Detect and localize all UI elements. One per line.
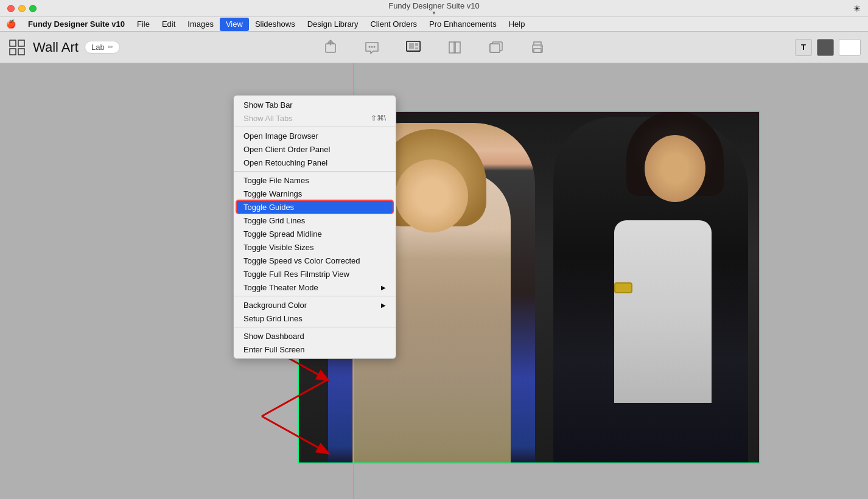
background-color-item[interactable]: Background Color ▶ [234, 298, 396, 312]
section-icon[interactable] [7, 38, 27, 57]
lab-badge[interactable]: Lab ✏ [85, 41, 120, 54]
open-client-order-label: Open Client Order Panel [243, 145, 330, 154]
app-title: Fundy Designer Suite v10 [388, 1, 480, 10]
lab-label: Lab [91, 43, 105, 52]
background-color-arrow: ▶ [381, 302, 386, 309]
toggle-spread-midline-label: Toggle Spread Midline [243, 229, 322, 239]
traffic-lights [0, 5, 37, 12]
svg-line-24 [262, 416, 327, 453]
separator-1 [234, 127, 396, 127]
print-tool[interactable] [529, 39, 546, 56]
cards-tool[interactable] [488, 39, 505, 56]
text-button[interactable]: T [795, 39, 812, 56]
setup-grid-lines-item[interactable]: Setup Grid Lines [234, 312, 396, 325]
close-button[interactable] [7, 5, 15, 12]
help-menu[interactable]: Help [503, 18, 531, 31]
view-dropdown-menu: Show Tab Bar Show All Tabs ⇧⌘\ Open Imag… [233, 95, 396, 359]
svg-rect-3 [18, 49, 24, 55]
svg-line-23 [262, 380, 327, 416]
edit-menu[interactable]: Edit [156, 18, 181, 31]
toggle-file-names-item[interactable]: Toggle File Names [234, 173, 396, 187]
color-swatch[interactable] [817, 39, 834, 56]
toggle-file-names-label: Toggle File Names [243, 176, 309, 185]
toggle-grid-lines-item[interactable]: Toggle Grid Lines [234, 214, 396, 227]
background-color-label: Background Color [243, 301, 307, 310]
chat-tool[interactable] [363, 39, 380, 56]
open-retouching-item[interactable]: Open Retouching Panel [234, 156, 396, 169]
minimize-button[interactable] [18, 5, 26, 12]
toolbar-right: T [795, 39, 861, 56]
show-dashboard-label: Show Dashboard [243, 332, 304, 341]
open-client-order-item[interactable]: Open Client Order Panel [234, 142, 396, 156]
toggle-theater-arrow: ▶ [381, 284, 386, 291]
menu-bar: 🍎 Fundy Designer Suite v10 File Edit Ima… [0, 17, 868, 32]
design-library-menu[interactable]: Design Library [301, 18, 365, 31]
enter-full-screen-item[interactable]: Enter Full Screen [234, 343, 396, 356]
toggle-guides-label: Toggle Guides [243, 203, 294, 212]
show-tab-bar-item[interactable]: Show Tab Bar [234, 98, 396, 111]
toggle-warnings-label: Toggle Warnings [243, 189, 302, 198]
toolbar-left: Wall Art Lab ✏ [7, 38, 120, 57]
separator-2 [234, 171, 396, 172]
maximize-button[interactable] [29, 5, 37, 12]
svg-point-21 [541, 46, 542, 47]
svg-rect-20 [534, 49, 541, 52]
menu-right-icon: ✳ [853, 4, 868, 13]
svg-point-7 [374, 46, 376, 47]
client-orders-menu[interactable]: Client Orders [364, 18, 423, 31]
app-name-menu[interactable]: Fundy Designer Suite v10 [22, 18, 131, 31]
toggle-speed-color-label: Toggle Speed vs Color Corrected [243, 256, 360, 265]
title-bar: Fundy Designer Suite v10 ▼ ✳ [0, 0, 868, 17]
view-menu[interactable]: View [220, 18, 249, 31]
file-menu[interactable]: File [131, 18, 156, 31]
toolbar-center [322, 39, 546, 56]
open-image-browser-label: Open Image Browser [243, 131, 318, 141]
toggle-theater-item[interactable]: Toggle Theater Mode ▶ [234, 281, 396, 294]
svg-rect-0 [10, 40, 16, 46]
toggle-full-res-item[interactable]: Toggle Full Res Filmstrip View [234, 267, 396, 281]
white-swatch[interactable] [839, 39, 861, 56]
toggle-guides-item[interactable]: Toggle Guides [236, 200, 393, 214]
show-dashboard-item[interactable]: Show Dashboard [234, 329, 396, 343]
svg-point-5 [369, 46, 371, 47]
toolbar-section-title: Wall Art [33, 40, 79, 55]
toggle-spread-midline-item[interactable]: Toggle Spread Midline [234, 227, 396, 240]
window-title-center: Fundy Designer Suite v10 ▼ [388, 1, 480, 16]
edit-icon: ✏ [108, 43, 113, 51]
svg-rect-2 [10, 49, 16, 55]
images-menu[interactable]: Images [181, 18, 220, 31]
svg-point-6 [371, 46, 373, 47]
toggle-visible-sizes-item[interactable]: Toggle Visible Sizes [234, 240, 396, 254]
show-all-tabs-item: Show All Tabs ⇧⌘\ [234, 111, 396, 125]
share-tool[interactable] [322, 39, 339, 56]
toggle-full-res-label: Toggle Full Res Filmstrip View [243, 270, 349, 279]
svg-rect-1 [18, 40, 24, 46]
toggle-speed-color-item[interactable]: Toggle Speed vs Color Corrected [234, 254, 396, 267]
show-tab-bar-label: Show Tab Bar [243, 100, 293, 110]
toggle-theater-label: Toggle Theater Mode [243, 283, 318, 292]
enter-full-screen-label: Enter Full Screen [243, 345, 304, 354]
svg-rect-18 [490, 44, 500, 52]
pro-enhancements-menu[interactable]: Pro Enhancements [423, 18, 503, 31]
show-all-tabs-label: Show All Tabs [243, 114, 293, 123]
separator-4 [234, 327, 396, 327]
separator-3 [234, 296, 396, 296]
main-content: Show Tab Bar Show All Tabs ⇧⌘\ Open Imag… [0, 63, 868, 499]
open-retouching-label: Open Retouching Panel [243, 158, 327, 167]
title-chevron: ▼ [432, 10, 436, 16]
slideshows-menu[interactable]: Slideshows [249, 18, 301, 31]
toggle-grid-lines-label: Toggle Grid Lines [243, 216, 305, 225]
svg-rect-13 [415, 47, 418, 49]
toggle-warnings-item[interactable]: Toggle Warnings [234, 187, 396, 200]
setup-grid-lines-label: Setup Grid Lines [243, 314, 303, 323]
svg-rect-12 [415, 43, 418, 46]
wall-art-tool[interactable] [405, 39, 422, 56]
svg-rect-11 [409, 43, 414, 49]
toggle-visible-sizes-label: Toggle Visible Sizes [243, 243, 313, 252]
open-image-browser-item[interactable]: Open Image Browser [234, 129, 396, 142]
toolbar: Wall Art Lab ✏ [0, 32, 868, 63]
apple-menu[interactable]: 🍎 [0, 18, 22, 31]
book-tool[interactable] [446, 39, 463, 56]
show-all-tabs-shortcut: ⇧⌘\ [371, 114, 386, 122]
